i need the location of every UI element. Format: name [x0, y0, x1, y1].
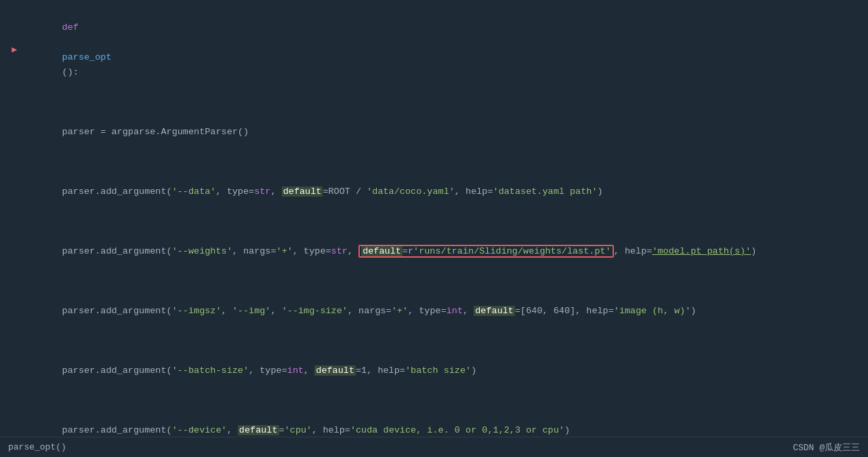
line-3: parser.add_argument('--data', type=str, … [0, 155, 868, 214]
default-kw-data: default [282, 186, 323, 197]
watermark: CSDN @瓜皮三三 [793, 441, 860, 454]
line-5: parser.add_argument('--imgsz', '--img', … [0, 274, 868, 334]
code-line-3: parser.add_argument('--data', type=str, … [24, 155, 868, 214]
gutter-1: ▶ [0, 43, 24, 58]
code-line-5: parser.add_argument('--imgsz', '--img', … [24, 274, 868, 334]
keyword-def: def [62, 22, 79, 33]
func-name: parse_opt [62, 52, 112, 62]
bottom-bar: parse_opt() CSDN @瓜皮三三 [0, 437, 868, 457]
line-2: parser = argparse.ArgumentParser() [0, 95, 868, 155]
line-1: ▶ def parse_opt (): [0, 5, 868, 95]
line-6: parser.add_argument('--batch-size', type… [0, 334, 868, 393]
code-line-1: def parse_opt (): [24, 5, 868, 95]
highlight-weights-default: default=r'runs/train/Sliding/weights/las… [358, 245, 614, 258]
code-line-6: parser.add_argument('--batch-size', type… [24, 334, 868, 393]
code-line-4: parser.add_argument('--weights', nargs='… [24, 214, 868, 274]
code-line-2: parser = argparse.ArgumentParser() [24, 95, 868, 155]
code-container: ▶ def parse_opt (): parser = argparse.Ar… [0, 0, 868, 457]
line-4: parser.add_argument('--weights', nargs='… [0, 214, 868, 274]
bottom-function-label: parse_opt() [8, 442, 66, 452]
